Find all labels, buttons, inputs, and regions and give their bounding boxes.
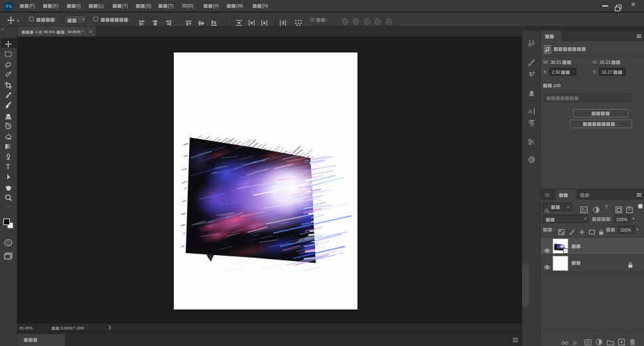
svg-text:A: A: [529, 108, 533, 115]
svg-text:fx: fx: [573, 340, 577, 345]
svg-text:T: T: [6, 163, 10, 171]
